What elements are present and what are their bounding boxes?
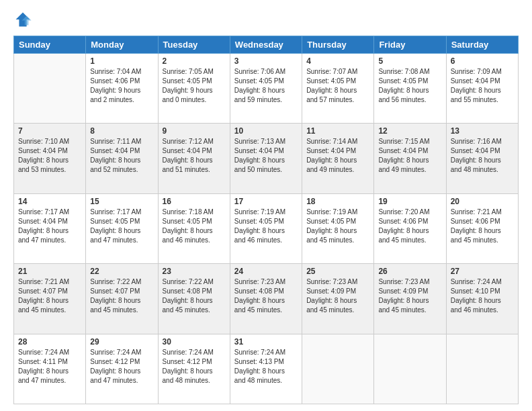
- logo: [13, 10, 35, 29]
- cell-info: Sunrise: 7:08 AMSunset: 4:05 PMDaylight:…: [378, 67, 441, 105]
- day-number: 14: [18, 197, 81, 206]
- day-number: 11: [306, 126, 369, 136]
- cell-info: Sunrise: 7:06 AMSunset: 4:05 PMDaylight:…: [234, 67, 298, 105]
- cell-info: Sunrise: 7:18 AMSunset: 4:05 PMDaylight:…: [163, 208, 226, 245]
- calendar-cell: 31Sunrise: 7:24 AMSunset: 4:13 PMDayligh…: [230, 334, 302, 404]
- calendar-cell: 7Sunrise: 7:10 AMSunset: 4:04 PMDaylight…: [14, 124, 86, 193]
- calendar-cell: 2Sunrise: 7:05 AMSunset: 4:05 PMDaylight…: [158, 54, 230, 124]
- day-number: 23: [163, 267, 226, 276]
- day-number: 13: [451, 126, 514, 136]
- calendar-cell: 26Sunrise: 7:23 AMSunset: 4:09 PMDayligh…: [374, 264, 446, 334]
- cell-info: Sunrise: 7:04 AMSunset: 4:06 PMDaylight:…: [90, 67, 153, 105]
- cell-info: Sunrise: 7:22 AMSunset: 4:08 PMDaylight:…: [163, 277, 226, 315]
- day-number: 4: [306, 56, 369, 66]
- calendar-cell: 10Sunrise: 7:13 AMSunset: 4:04 PMDayligh…: [230, 124, 302, 193]
- day-number: 31: [234, 337, 298, 347]
- calendar-cell: 8Sunrise: 7:11 AMSunset: 4:04 PMDaylight…: [86, 124, 158, 193]
- calendar-cell: 13Sunrise: 7:16 AMSunset: 4:04 PMDayligh…: [446, 124, 518, 193]
- calendar-cell: 21Sunrise: 7:21 AMSunset: 4:07 PMDayligh…: [14, 264, 86, 334]
- cell-info: Sunrise: 7:23 AMSunset: 4:09 PMDaylight:…: [306, 277, 369, 315]
- cell-info: Sunrise: 7:11 AMSunset: 4:04 PMDaylight:…: [90, 137, 153, 175]
- day-number: 6: [451, 56, 514, 66]
- calendar-cell: 11Sunrise: 7:14 AMSunset: 4:04 PMDayligh…: [302, 124, 374, 193]
- calendar-cell: [14, 54, 86, 124]
- cell-info: Sunrise: 7:23 AMSunset: 4:09 PMDaylight:…: [378, 277, 441, 315]
- cell-info: Sunrise: 7:24 AMSunset: 4:12 PMDaylight:…: [90, 348, 153, 385]
- day-number: 20: [451, 197, 514, 206]
- calendar-cell: 12Sunrise: 7:15 AMSunset: 4:04 PMDayligh…: [374, 124, 446, 193]
- cell-info: Sunrise: 7:17 AMSunset: 4:05 PMDaylight:…: [90, 208, 153, 245]
- calendar-week-row: 28Sunrise: 7:24 AMSunset: 4:11 PMDayligh…: [14, 334, 519, 404]
- calendar-week-row: 14Sunrise: 7:17 AMSunset: 4:04 PMDayligh…: [14, 193, 519, 263]
- calendar-cell: 17Sunrise: 7:19 AMSunset: 4:05 PMDayligh…: [230, 193, 302, 263]
- cell-info: Sunrise: 7:10 AMSunset: 4:04 PMDaylight:…: [18, 137, 81, 175]
- day-number: 10: [234, 126, 298, 136]
- day-number: 30: [163, 337, 226, 347]
- day-number: 8: [90, 126, 153, 136]
- day-number: 17: [234, 197, 298, 206]
- cell-info: Sunrise: 7:05 AMSunset: 4:05 PMDaylight:…: [163, 67, 226, 105]
- cell-info: Sunrise: 7:21 AMSunset: 4:06 PMDaylight:…: [451, 208, 514, 245]
- day-number: 25: [306, 267, 369, 276]
- cell-info: Sunrise: 7:24 AMSunset: 4:13 PMDaylight:…: [234, 348, 298, 385]
- day-number: 27: [451, 267, 514, 276]
- calendar-week-row: 21Sunrise: 7:21 AMSunset: 4:07 PMDayligh…: [14, 264, 519, 334]
- calendar-cell: 23Sunrise: 7:22 AMSunset: 4:08 PMDayligh…: [158, 264, 230, 334]
- calendar-cell: 3Sunrise: 7:06 AMSunset: 4:05 PMDaylight…: [230, 54, 302, 124]
- day-number: 22: [90, 267, 153, 276]
- calendar-table: SundayMondayTuesdayWednesdayThursdayFrid…: [13, 36, 519, 404]
- cell-info: Sunrise: 7:19 AMSunset: 4:05 PMDaylight:…: [234, 208, 298, 245]
- day-number: 7: [18, 126, 81, 136]
- cell-info: Sunrise: 7:16 AMSunset: 4:04 PMDaylight:…: [451, 137, 514, 175]
- day-number: 16: [163, 197, 226, 206]
- calendar-week-row: 7Sunrise: 7:10 AMSunset: 4:04 PMDaylight…: [14, 124, 519, 193]
- day-number: 28: [18, 337, 81, 347]
- day-number: 2: [163, 56, 226, 66]
- calendar-cell: [446, 334, 518, 404]
- calendar-day-header: Wednesday: [230, 36, 302, 54]
- cell-info: Sunrise: 7:19 AMSunset: 4:05 PMDaylight:…: [306, 208, 369, 245]
- day-number: 9: [163, 126, 226, 136]
- cell-info: Sunrise: 7:24 AMSunset: 4:10 PMDaylight:…: [451, 277, 514, 315]
- day-number: 3: [234, 56, 298, 66]
- calendar-cell: 14Sunrise: 7:17 AMSunset: 4:04 PMDayligh…: [14, 193, 86, 263]
- calendar-cell: 1Sunrise: 7:04 AMSunset: 4:06 PMDaylight…: [86, 54, 158, 124]
- cell-info: Sunrise: 7:17 AMSunset: 4:04 PMDaylight:…: [18, 208, 81, 245]
- cell-info: Sunrise: 7:20 AMSunset: 4:06 PMDaylight:…: [378, 208, 441, 245]
- cell-info: Sunrise: 7:09 AMSunset: 4:04 PMDaylight:…: [451, 67, 514, 105]
- day-number: 24: [234, 267, 298, 276]
- calendar-day-header: Tuesday: [158, 36, 230, 54]
- calendar-cell: [374, 334, 446, 404]
- calendar-cell: 5Sunrise: 7:08 AMSunset: 4:05 PMDaylight…: [374, 54, 446, 124]
- calendar-cell: 30Sunrise: 7:24 AMSunset: 4:12 PMDayligh…: [158, 334, 230, 404]
- day-number: 15: [90, 197, 153, 206]
- calendar-cell: 16Sunrise: 7:18 AMSunset: 4:05 PMDayligh…: [158, 193, 230, 263]
- calendar-cell: 9Sunrise: 7:12 AMSunset: 4:04 PMDaylight…: [158, 124, 230, 193]
- calendar-day-header: Monday: [86, 36, 158, 54]
- cell-info: Sunrise: 7:23 AMSunset: 4:08 PMDaylight:…: [234, 277, 298, 315]
- calendar-cell: 4Sunrise: 7:07 AMSunset: 4:05 PMDaylight…: [302, 54, 374, 124]
- cell-info: Sunrise: 7:15 AMSunset: 4:04 PMDaylight:…: [378, 137, 441, 175]
- calendar-week-row: 1Sunrise: 7:04 AMSunset: 4:06 PMDaylight…: [14, 54, 519, 124]
- calendar-cell: 27Sunrise: 7:24 AMSunset: 4:10 PMDayligh…: [446, 264, 518, 334]
- day-number: 21: [18, 267, 81, 276]
- calendar-cell: 15Sunrise: 7:17 AMSunset: 4:05 PMDayligh…: [86, 193, 158, 263]
- calendar-day-header: Thursday: [302, 36, 374, 54]
- cell-info: Sunrise: 7:07 AMSunset: 4:05 PMDaylight:…: [306, 67, 369, 105]
- calendar-cell: 22Sunrise: 7:22 AMSunset: 4:07 PMDayligh…: [86, 264, 158, 334]
- calendar-cell: 20Sunrise: 7:21 AMSunset: 4:06 PMDayligh…: [446, 193, 518, 263]
- calendar-cell: 19Sunrise: 7:20 AMSunset: 4:06 PMDayligh…: [374, 193, 446, 263]
- cell-info: Sunrise: 7:12 AMSunset: 4:04 PMDaylight:…: [163, 137, 226, 175]
- cell-info: Sunrise: 7:21 AMSunset: 4:07 PMDaylight:…: [18, 277, 81, 315]
- cell-info: Sunrise: 7:24 AMSunset: 4:11 PMDaylight:…: [18, 348, 81, 385]
- day-number: 1: [90, 56, 153, 66]
- day-number: 5: [378, 56, 441, 66]
- calendar-body: 1Sunrise: 7:04 AMSunset: 4:06 PMDaylight…: [14, 54, 519, 404]
- day-number: 26: [378, 267, 441, 276]
- calendar-cell: 24Sunrise: 7:23 AMSunset: 4:08 PMDayligh…: [230, 264, 302, 334]
- calendar-day-header: Friday: [374, 36, 446, 54]
- day-number: 19: [378, 197, 441, 206]
- logo-icon: [13, 10, 32, 29]
- cell-info: Sunrise: 7:22 AMSunset: 4:07 PMDaylight:…: [90, 277, 153, 315]
- calendar-cell: 25Sunrise: 7:23 AMSunset: 4:09 PMDayligh…: [302, 264, 374, 334]
